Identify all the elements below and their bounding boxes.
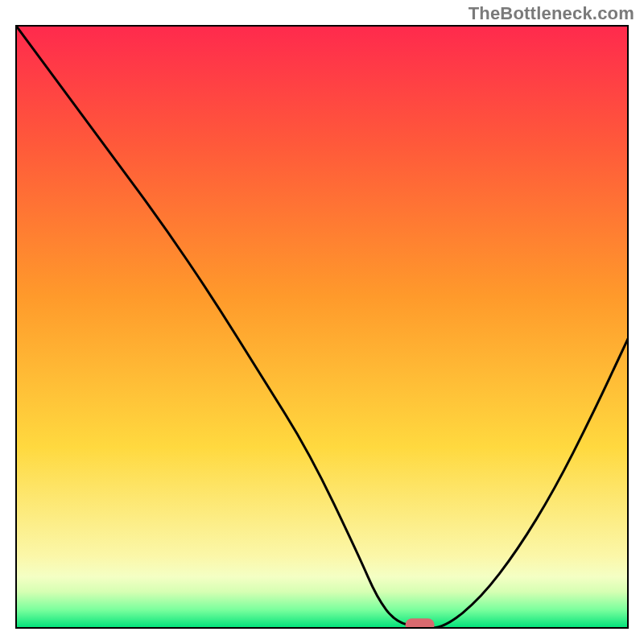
bottleneck-chart [0,0,644,644]
watermark-label: TheBottleneck.com [469,3,634,24]
gradient-background [16,26,628,628]
sweet-spot-marker [406,618,435,631]
chart-stage: TheBottleneck.com [0,0,644,644]
